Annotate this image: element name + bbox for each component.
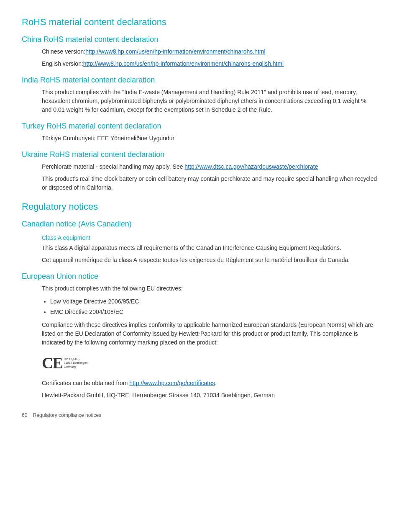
footer-label: Regulatory compliance notices	[33, 412, 101, 418]
chinese-version-line: Chinese version:http://www8.hp.com/us/en…	[42, 47, 377, 56]
ukraine-battery-text: This product’s real-time clock battery o…	[42, 175, 377, 192]
hp-address: Hewlett-Packard GmbH, HQ-TRE, Herrenberg…	[42, 391, 377, 400]
class-a-french-text: Cet appareil numérique de la class A res…	[42, 256, 377, 265]
eu-footer: Certificates can be obtained from http:/…	[42, 379, 377, 400]
ukraine-perchlorate-line: Perchlorate material - special handling …	[42, 162, 377, 171]
canadian-notice-title: Canadian notice (Avis Canadien)	[22, 220, 377, 229]
certificates-line: Certificates can be obtained from http:/…	[42, 379, 377, 388]
india-rohs-title: India RoHS material content declaration	[22, 76, 377, 85]
ce-line2: 71034 Boeblingen	[64, 361, 87, 365]
certificates-before: Certificates can be obtained from	[42, 380, 129, 386]
ce-symbol: CE	[42, 354, 62, 372]
ce-line1: HP, HQ-TRE	[64, 357, 87, 361]
ukraine-rohs-title: Ukraine RoHS material content declaratio…	[22, 150, 377, 159]
class-a-english-text: This class A digital apparatus meets all…	[42, 244, 377, 252]
regulatory-title: Regulatory notices	[22, 201, 377, 212]
page-number: 60	[22, 412, 27, 418]
page-footer: 60 Regulatory compliance notices	[22, 412, 377, 418]
chinese-version-label: Chinese version:	[42, 48, 85, 55]
low-voltage-directive: Low Voltage Directive 2006/95/EC	[50, 297, 377, 306]
english-version-link[interactable]: http://www8.hp.com/us/en/hp-information/…	[83, 60, 284, 67]
eu-notice-title: European Union notice	[22, 272, 377, 281]
certificates-link[interactable]: http://www.hp.com/go/certificates	[129, 380, 215, 386]
china-rohs-title: China RoHS material content declaration	[22, 35, 377, 44]
india-rohs-content: This product complies with the "India E-…	[42, 88, 377, 114]
china-rohs-content: Chinese version:http://www8.hp.com/us/en…	[42, 47, 377, 68]
ce-details: HP, HQ-TRE 71034 Boeblingen Germany	[64, 357, 87, 368]
eu-compliance-paragraph: Compliance with these directives implies…	[42, 321, 377, 347]
english-version-line: English version:http://www8.hp.com/us/en…	[42, 59, 377, 68]
ukraine-perchlorate-before: Perchlorate material - special handling …	[42, 163, 184, 170]
ukraine-rohs-content: Perchlorate material - special handling …	[42, 162, 377, 192]
eu-compliance-text: Compliance with these directives implies…	[42, 321, 377, 347]
english-version-label: English version:	[42, 60, 83, 67]
eu-directives-list: Low Voltage Directive 2006/95/EC EMC Dir…	[50, 297, 377, 316]
india-rohs-text: This product complies with the "India E-…	[42, 88, 377, 114]
ce-mark: CE HP, HQ-TRE 71034 Boeblingen Germany	[42, 354, 377, 372]
ce-line3: Germany	[64, 365, 87, 369]
eu-directives-intro: This product complies with the following…	[42, 284, 377, 293]
class-a-title: Class A equipment	[42, 234, 377, 241]
eu-notice-intro: This product complies with the following…	[42, 284, 377, 293]
emc-directive: EMC Directive 2004/108/EC	[50, 308, 377, 316]
turkey-rohs-title: Turkey RoHS material content declaration	[22, 122, 377, 131]
turkey-rohs-content: Türkiye Cumhuriyeti: EEE Yönetmeliðine U…	[42, 134, 377, 143]
class-a-content: This class A digital apparatus meets all…	[42, 244, 377, 265]
certificates-after: .	[215, 380, 217, 386]
main-title: RoHS material content declarations	[22, 17, 377, 28]
chinese-version-link[interactable]: http://www8.hp.com/us/en/hp-information/…	[85, 48, 265, 55]
turkey-rohs-text: Türkiye Cumhuriyeti: EEE Yönetmeliðine U…	[42, 134, 377, 143]
ukraine-perchlorate-link[interactable]: http://www.dtsc.ca.gov/hazardouswaste/pe…	[184, 163, 318, 170]
